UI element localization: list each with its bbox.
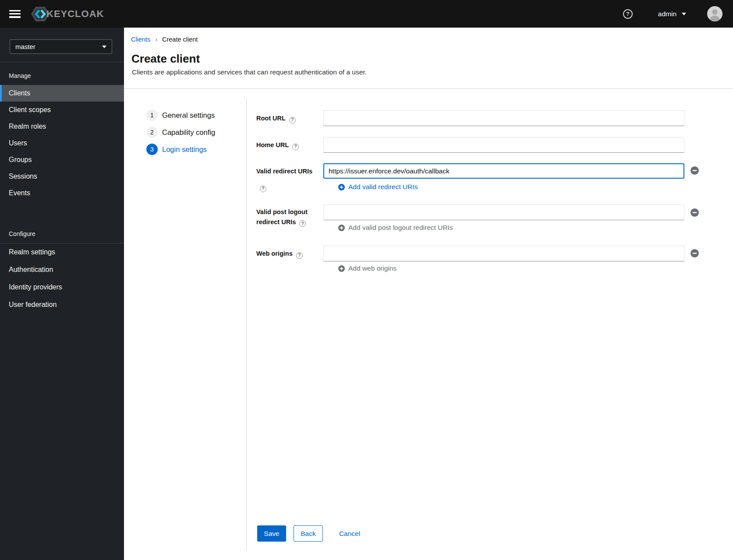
post-logout-uris-help-icon[interactable]: ? <box>299 220 306 227</box>
wizard-form-divider <box>246 99 247 551</box>
main-content: Clients › Create client Create client Cl… <box>124 28 733 560</box>
page-title: Create client <box>131 52 200 66</box>
sidebar-item-clients[interactable]: Clients <box>0 85 124 102</box>
chevron-down-icon <box>682 13 686 15</box>
username: admin <box>658 10 676 18</box>
sidebar: master Manage Clients Client scopes Real… <box>0 28 124 560</box>
hamburger-menu-icon[interactable] <box>9 10 21 18</box>
breadcrumb-clients-link[interactable]: Clients <box>131 36 150 43</box>
valid-redirect-uris-label: Valid redirect URIs? <box>256 163 321 179</box>
post-logout-uris-label: Valid post logout redirect URIs? <box>256 207 318 227</box>
realm-name: master <box>15 43 102 50</box>
sidebar-item-events[interactable]: Events <box>0 185 124 201</box>
web-origins-label: Web origins? <box>256 246 321 261</box>
web-origins-help-icon[interactable]: ? <box>296 252 303 259</box>
post-logout-uris-input[interactable] <box>323 204 684 220</box>
sidebar-item-realm-settings[interactable]: Realm settings <box>0 243 124 261</box>
breadcrumb-separator-icon: › <box>155 36 157 43</box>
sidebar-item-realm-roles[interactable]: Realm roles <box>0 118 124 135</box>
plus-circle-icon <box>338 265 345 272</box>
keycloak-admin-console: KEYCLOAK ? admin <box>0 0 733 560</box>
wizard-step-general-settings[interactable]: 1 General settings <box>146 109 215 121</box>
add-web-origins-link[interactable]: Add web origins <box>338 264 397 272</box>
add-post-logout-uris-link[interactable]: Add valid post logout redirect URIs <box>338 224 453 232</box>
masthead: KEYCLOAK ? admin <box>0 0 733 28</box>
cancel-button[interactable]: Cancel <box>336 525 363 542</box>
page-header-divider <box>124 88 733 89</box>
sidebar-item-identity-providers[interactable]: Identity providers <box>0 278 124 296</box>
save-button[interactable]: Save <box>257 525 286 542</box>
valid-redirect-uris-help-icon[interactable]: ? <box>260 186 266 192</box>
web-origins-input[interactable] <box>323 246 684 261</box>
remove-redirect-uri-button[interactable] <box>691 166 699 175</box>
step-number-1: 1 <box>146 109 158 121</box>
root-url-label: Root URL? <box>256 110 321 126</box>
valid-redirect-uris-input[interactable] <box>323 163 684 179</box>
home-url-input[interactable] <box>323 137 684 153</box>
chevron-down-icon <box>102 46 106 48</box>
root-url-input[interactable] <box>323 110 684 126</box>
sidebar-item-client-scopes[interactable]: Client scopes <box>0 102 124 118</box>
avatar[interactable] <box>707 6 722 21</box>
home-url-help-icon[interactable]: ? <box>292 144 299 150</box>
remove-web-origin-button[interactable] <box>691 249 699 257</box>
nav-section-manage: Manage <box>0 72 124 79</box>
nav-manage-items: Clients Client scopes Realm roles Users … <box>0 85 124 201</box>
remove-post-logout-uri-button[interactable] <box>691 208 699 217</box>
breadcrumb: Clients › Create client <box>131 36 198 43</box>
realm-selector[interactable]: master <box>10 39 112 54</box>
wizard-step-capability-config[interactable]: 2 Capability config <box>146 127 215 138</box>
sidebar-item-sessions[interactable]: Sessions <box>0 168 124 185</box>
home-url-label: Home URL? <box>256 137 321 153</box>
page-subtitle: Clients are applications and services th… <box>132 68 367 76</box>
sidebar-item-groups[interactable]: Groups <box>0 151 124 168</box>
user-dropdown[interactable]: admin <box>658 10 686 18</box>
nav-configure-items: Realm settings Authentication Identity p… <box>0 243 124 313</box>
wizard-step-login-settings[interactable]: 3 Login settings <box>146 144 207 155</box>
step-number-3: 3 <box>146 144 158 155</box>
nav-section-configure: Configure <box>0 230 124 237</box>
breadcrumb-current: Create client <box>162 36 198 43</box>
add-valid-redirect-uris-link[interactable]: Add valid redirect URIs <box>338 183 418 191</box>
plus-circle-icon <box>338 225 345 231</box>
realm-selector-area: master <box>0 28 124 62</box>
plus-circle-icon <box>338 184 345 190</box>
sidebar-item-user-federation[interactable]: User federation <box>0 296 124 313</box>
root-url-help-icon[interactable]: ? <box>289 117 296 123</box>
sidebar-item-authentication[interactable]: Authentication <box>0 261 124 278</box>
keycloak-logo[interactable]: KEYCLOAK <box>31 5 104 23</box>
back-button[interactable]: Back <box>294 525 323 542</box>
help-icon[interactable]: ? <box>623 9 633 19</box>
sidebar-item-users[interactable]: Users <box>0 135 124 151</box>
brand-wordmark: KEYCLOAK <box>46 8 104 20</box>
step-number-2: 2 <box>146 127 158 138</box>
